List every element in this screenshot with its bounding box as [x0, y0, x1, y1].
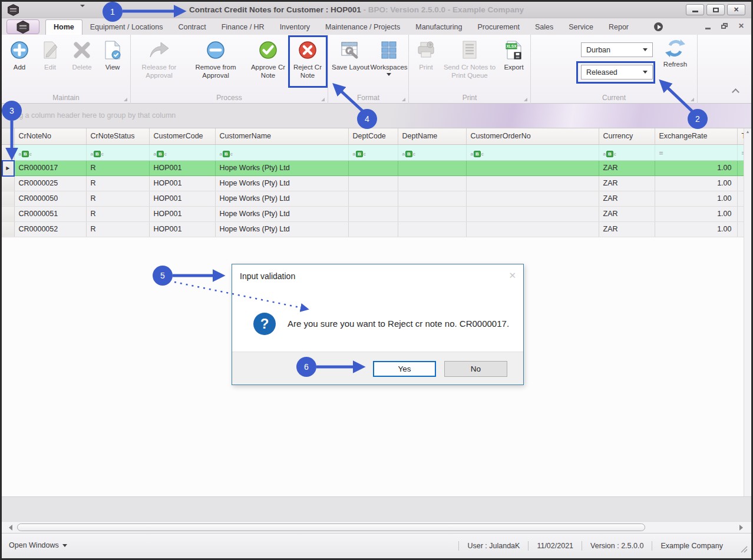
cell-customerorderno[interactable]: [466, 191, 599, 206]
workspaces-button[interactable]: Workspaces: [371, 37, 407, 76]
filter-cell[interactable]: aBc: [466, 144, 599, 160]
tab-service[interactable]: Service: [561, 20, 601, 35]
filter-cell[interactable]: aBc: [398, 144, 466, 160]
close-button[interactable]: ✕: [727, 4, 745, 15]
tab-manufacturing[interactable]: Manufacturing: [408, 20, 470, 35]
column-header-customername[interactable]: CustomerName: [215, 128, 348, 144]
cell-deptname[interactable]: [398, 191, 466, 206]
vertical-scrollbar[interactable]: ▲ ▼: [744, 128, 751, 522]
cell-customername[interactable]: Hope Works (Pty) Ltd: [215, 175, 348, 191]
dialog-launcher-icon[interactable]: [124, 98, 127, 101]
tab-sales[interactable]: Sales: [527, 20, 561, 35]
cell-customercode[interactable]: HOP001: [149, 221, 215, 237]
cell-customercode[interactable]: HOP001: [149, 191, 215, 206]
save-layout-button[interactable]: Save Layout: [331, 37, 371, 72]
add-button[interactable]: Add: [4, 37, 35, 72]
cell-customercode[interactable]: HOP001: [149, 160, 215, 175]
no-button[interactable]: No: [444, 361, 507, 377]
cell-customername[interactable]: Hope Works (Pty) Ltd: [215, 191, 348, 206]
scroll-up-icon[interactable]: ▲: [745, 130, 750, 134]
dialog-launcher-icon[interactable]: [402, 98, 405, 101]
table-row[interactable]: CR0000025 R HOP001 Hope Works (Pty) Ltd …: [2, 175, 745, 191]
quick-access-caret-icon[interactable]: [80, 7, 87, 18]
cell-exchangerate[interactable]: 1.00: [655, 191, 737, 206]
delete-button[interactable]: Delete: [65, 37, 98, 72]
dialog-launcher-icon[interactable]: [691, 98, 694, 101]
reject-cr-note-button[interactable]: Reject Cr Note: [290, 37, 325, 79]
site-combo[interactable]: Durban: [581, 42, 653, 57]
cell-exchangerate[interactable]: 1.00: [655, 206, 737, 221]
table-row[interactable]: CR0000051 R HOP001 Hope Works (Pty) Ltd …: [2, 206, 745, 221]
refresh-button[interactable]: Refresh: [656, 37, 695, 68]
row-indicator-cell[interactable]: [2, 206, 14, 221]
tab-home[interactable]: Home: [45, 19, 82, 35]
filter-cell[interactable]: =: [655, 144, 737, 160]
application-button[interactable]: [6, 19, 39, 34]
remove-from-approval-button[interactable]: Remove from Approval: [185, 37, 246, 79]
cell-currency[interactable]: ZAR: [599, 221, 655, 237]
table-row[interactable]: CR0000052 R HOP001 Hope Works (Pty) Ltd …: [2, 221, 745, 237]
release-for-approval-button[interactable]: Release for Approval: [133, 37, 185, 79]
column-header-deptcode[interactable]: DeptCode: [348, 128, 398, 144]
ribbon-collapse-icon[interactable]: [732, 88, 739, 96]
cell-customercode[interactable]: HOP001: [149, 175, 215, 191]
cell-exchangerate[interactable]: 1.00: [655, 175, 737, 191]
cell-exchangerate[interactable]: 1.00: [655, 221, 737, 237]
tab-procurement[interactable]: Procurement: [470, 20, 527, 35]
cell-deptcode[interactable]: [348, 221, 398, 237]
horizontal-scrollbar[interactable]: [2, 521, 751, 533]
column-header-currency[interactable]: Currency: [599, 128, 655, 144]
tab-scroll-right-button[interactable]: [654, 22, 663, 31]
row-indicator-cell[interactable]: ▶: [2, 160, 14, 175]
cell-crnotestatus[interactable]: R: [86, 221, 149, 237]
cell-exchangerate[interactable]: 1.00: [655, 160, 737, 175]
tab-inventory[interactable]: Inventory: [272, 20, 318, 35]
open-windows-button[interactable]: Open Windows: [9, 541, 67, 549]
cell-currency[interactable]: ZAR: [599, 175, 655, 191]
mdi-restore-icon[interactable]: [721, 23, 728, 29]
cell-crnoteno[interactable]: CR0000050: [14, 191, 86, 206]
mdi-close-icon[interactable]: ✕: [738, 22, 744, 30]
cell-customername[interactable]: Hope Works (Pty) Ltd: [215, 160, 348, 175]
cell-crnotestatus[interactable]: R: [86, 175, 149, 191]
cell-crnotestatus[interactable]: R: [86, 160, 149, 175]
print-button[interactable]: ? Print: [411, 37, 441, 72]
cell-customername[interactable]: Hope Works (Pty) Ltd: [215, 221, 348, 237]
export-button[interactable]: XLSX Export: [498, 37, 529, 72]
filter-cell[interactable]: aBc: [14, 144, 86, 160]
status-combo[interactable]: Released: [581, 65, 653, 79]
cell-crnoteno[interactable]: CR0000025: [14, 175, 86, 191]
cell-crnoteno[interactable]: CR0000052: [14, 221, 86, 237]
cell-crnotestatus[interactable]: R: [86, 206, 149, 221]
cell-deptname[interactable]: [398, 221, 466, 237]
cell-customerorderno[interactable]: [466, 160, 599, 175]
cell-deptcode[interactable]: [348, 206, 398, 221]
yes-button[interactable]: Yes: [373, 361, 436, 377]
cell-customerorderno[interactable]: [466, 221, 599, 237]
cell-deptcode[interactable]: [348, 160, 398, 175]
cell-currency[interactable]: ZAR: [599, 160, 655, 175]
tab-equipment-locations[interactable]: Equipment / Locations: [82, 20, 171, 35]
scrollbar-thumb[interactable]: [17, 523, 645, 531]
cell-crnoteno[interactable]: CR0000017: [14, 160, 86, 175]
send-cr-notes-to-print-queue-button[interactable]: Send Cr Notes to Print Queue: [441, 37, 498, 79]
cell-deptname[interactable]: [398, 206, 466, 221]
table-row[interactable]: ▶ CR0000017 R HOP001 Hope Works (Pty) Lt…: [2, 160, 745, 175]
cell-crnotestatus[interactable]: R: [86, 191, 149, 206]
cell-deptcode[interactable]: [348, 175, 398, 191]
dialog-launcher-icon[interactable]: [524, 98, 527, 101]
cell-customerorderno[interactable]: [466, 206, 599, 221]
resize-grip[interactable]: [741, 546, 748, 555]
column-header-crnoteno[interactable]: CrNoteNo: [14, 128, 86, 144]
dialog-launcher-icon[interactable]: [321, 98, 325, 101]
filter-cell[interactable]: aBc: [215, 144, 348, 160]
filter-cell[interactable]: aBc: [86, 144, 149, 160]
table-row[interactable]: CR0000050 R HOP001 Hope Works (Pty) Ltd …: [2, 191, 745, 206]
maximize-button[interactable]: [706, 4, 725, 15]
filter-cell[interactable]: aBc: [348, 144, 398, 160]
cell-deptname[interactable]: [398, 160, 466, 175]
filter-cell[interactable]: aBc: [599, 144, 655, 160]
cell-deptcode[interactable]: [348, 191, 398, 206]
cell-deptname[interactable]: [398, 175, 466, 191]
column-header-crnotestatus[interactable]: CrNoteStatus: [86, 128, 149, 144]
